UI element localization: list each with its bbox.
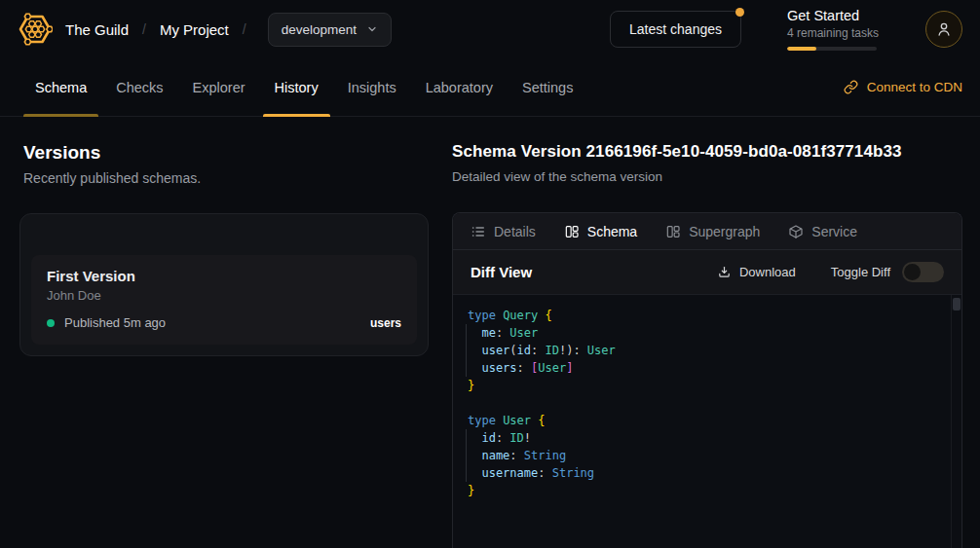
version-author: John Doe	[47, 288, 401, 303]
columns-icon	[564, 224, 580, 239]
person-icon	[935, 20, 953, 38]
get-started-title: Get Started	[787, 8, 877, 23]
toggle-diff-switch[interactable]	[902, 262, 944, 282]
target-selector-dropdown[interactable]: development	[268, 13, 392, 47]
version-meta-row: Published 5m ago users	[47, 315, 401, 330]
breadcrumb-separator: /	[142, 21, 146, 37]
schema-version-title: Schema Version 2166196f-5e10-4059-bd0a-0…	[452, 142, 962, 162]
tab-insights[interactable]: Insights	[336, 58, 408, 116]
download-label: Download	[739, 265, 796, 279]
toggle-diff-label: Toggle Diff	[831, 265, 890, 279]
version-name: First Version	[47, 268, 401, 284]
tab-explorer[interactable]: Explorer	[181, 58, 257, 116]
download-button[interactable]: Download	[717, 265, 796, 279]
version-card[interactable]: First Version John Doe Published 5m ago …	[31, 255, 417, 345]
list-icon	[471, 224, 486, 239]
top-header: The Guild / My Project / development Lat…	[0, 0, 980, 58]
detail-tab-label: Schema	[587, 224, 637, 239]
get-started-subtitle: 4 remaining tasks	[787, 26, 877, 40]
latest-changes-label: Latest changes	[629, 21, 722, 37]
versions-title: Versions	[23, 142, 429, 164]
schema-version-subtitle: Detailed view of the schema version	[452, 169, 962, 184]
diff-view-title: Diff View	[471, 264, 532, 280]
project-nav-tabs: Schema Checks Explorer History Insights …	[0, 58, 980, 117]
version-status: Published 5m ago	[64, 315, 166, 330]
versions-subtitle: Recently published schemas.	[23, 170, 429, 186]
tab-history[interactable]: History	[263, 58, 330, 116]
breadcrumb-separator: /	[243, 21, 246, 37]
get-started-progress-fill	[787, 47, 816, 52]
connect-to-cdn-link[interactable]: Connect to CDN	[844, 58, 962, 116]
detail-tabs-row: Details Schema	[453, 213, 961, 250]
version-service-badge: users	[370, 316, 401, 330]
breadcrumb-project[interactable]: My Project	[160, 21, 229, 38]
indent-guide	[466, 324, 467, 377]
columns-icon	[665, 224, 681, 239]
detail-tab-details[interactable]: Details	[471, 224, 536, 239]
detail-tab-schema[interactable]: Schema	[564, 224, 637, 239]
version-detail-panel: Details Schema	[452, 212, 962, 548]
tab-schema[interactable]: Schema	[23, 58, 98, 116]
schema-code-editor[interactable]: type Query { me: User user(id: ID!): Use…	[453, 295, 961, 548]
main-content: Versions Recently published schemas. Fir…	[0, 117, 980, 548]
versions-list-panel: First Version John Doe Published 5m ago …	[19, 213, 429, 356]
detail-tab-label: Supergraph	[689, 224, 760, 239]
version-detail-column: Schema Version 2166196f-5e10-4059-bd0a-0…	[452, 142, 962, 548]
notification-dot	[735, 8, 744, 17]
latest-changes-button[interactable]: Latest changes	[610, 11, 741, 48]
tab-laboratory[interactable]: Laboratory	[414, 58, 505, 116]
diff-view-toolbar: Diff View Download Toggle Diff	[453, 250, 961, 295]
user-avatar[interactable]	[925, 11, 962, 48]
switch-knob	[904, 264, 921, 280]
code-lines: type Query { me: User user(id: ID!): Use…	[468, 307, 938, 499]
detail-tab-supergraph[interactable]: Supergraph	[665, 224, 760, 239]
download-icon	[717, 265, 732, 279]
connect-to-cdn-label: Connect to CDN	[867, 80, 962, 94]
cube-icon	[788, 224, 804, 239]
get-started-progress-bar	[787, 47, 877, 52]
breadcrumb-org[interactable]: The Guild	[65, 21, 129, 38]
versions-column: Versions Recently published schemas. Fir…	[23, 142, 429, 356]
link-icon	[844, 80, 858, 94]
breadcrumb: The Guild / My Project /	[65, 21, 246, 38]
get-started-widget[interactable]: Get Started 4 remaining tasks	[787, 8, 877, 52]
scrollbar-thumb[interactable]	[953, 298, 961, 311]
target-selector-value: development	[282, 22, 357, 37]
chevron-down-icon	[366, 23, 378, 35]
published-status-dot	[47, 319, 55, 327]
hive-logo-icon[interactable]	[18, 12, 53, 47]
indent-guide	[466, 429, 467, 482]
tab-settings[interactable]: Settings	[510, 58, 584, 116]
detail-tab-service[interactable]: Service	[788, 224, 857, 239]
detail-tab-label: Details	[494, 224, 536, 239]
tab-checks[interactable]: Checks	[104, 58, 174, 116]
detail-tab-label: Service	[811, 224, 857, 239]
editor-scrollbar	[951, 295, 961, 548]
